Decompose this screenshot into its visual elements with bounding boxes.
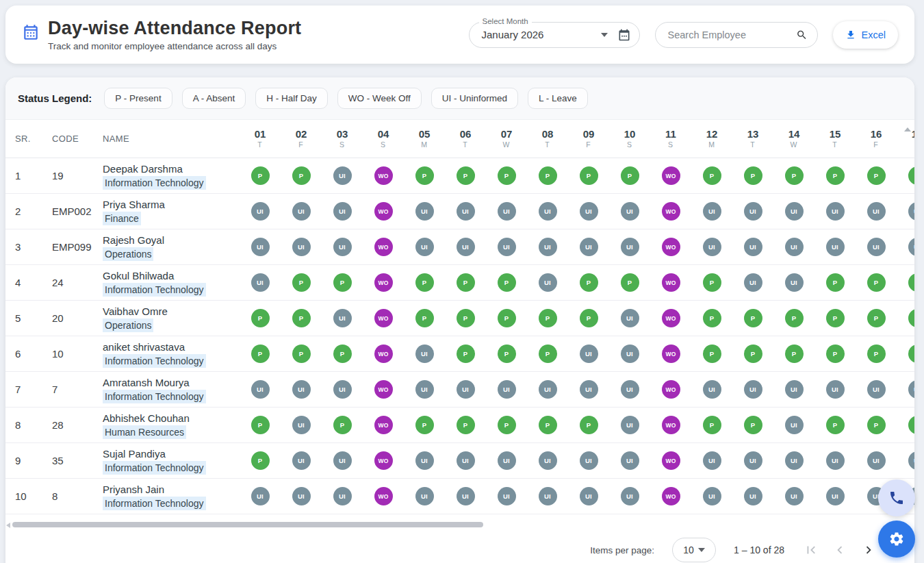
status-badge: P — [333, 273, 352, 292]
items-per-page-value: 10 — [683, 545, 694, 555]
cell-day-10: P — [609, 273, 650, 292]
status-badge: UI — [580, 451, 598, 470]
day-number: 15 — [814, 127, 856, 141]
cell-day-11: WO — [650, 345, 691, 363]
cell-day-12: UI — [691, 380, 732, 399]
previous-page-button[interactable] — [831, 541, 849, 559]
status-badge: UI — [785, 238, 804, 256]
status-badge: WO — [374, 166, 393, 185]
day-number: 08 — [527, 127, 568, 141]
cell-day-05: P — [404, 273, 445, 292]
cell-day-04: WO — [363, 166, 404, 185]
cell-day-17: P — [897, 416, 914, 434]
cell-day-14: UI — [773, 202, 814, 221]
vertical-scrollbar-up-arrow[interactable] — [904, 127, 911, 132]
day-number: 12 — [691, 127, 732, 141]
cell-day-14: UI — [773, 273, 814, 292]
status-badge: UI — [457, 380, 475, 399]
status-badge: P — [251, 166, 270, 185]
status-badge: UI — [498, 238, 516, 256]
day-number: 03 — [322, 127, 363, 141]
status-badge: P — [498, 273, 516, 292]
first-page-icon — [804, 542, 819, 558]
cell-day-07: P — [486, 166, 527, 185]
search-box[interactable] — [655, 22, 818, 48]
status-badge: WO — [662, 345, 680, 363]
cell-day-12: P — [691, 416, 732, 434]
status-badge: P — [457, 345, 475, 363]
cell-day-05: UI — [404, 345, 445, 363]
status-badge: UI — [498, 202, 516, 221]
status-badge: UI — [333, 238, 352, 256]
cell-name: Deepak DarshmaInformation Technology — [93, 162, 240, 190]
cell-day-09: UI — [568, 451, 609, 470]
table-row: 119Deepak DarshmaInformation TechnologyP… — [5, 158, 914, 194]
employee-name: Rajesh Goyal — [103, 234, 240, 247]
status-badge: P — [744, 166, 762, 185]
settings-fab[interactable] — [878, 521, 915, 558]
chevron-down-icon[interactable] — [601, 33, 608, 37]
cell-day-13: UI — [732, 487, 773, 505]
status-badge: UI — [539, 487, 557, 505]
horizontal-scrollbar[interactable] — [12, 522, 483, 527]
cell-day-06: P — [445, 345, 486, 363]
cell-day-17: UI — [897, 380, 914, 399]
day-number: 11 — [650, 127, 691, 141]
day-number: 07 — [486, 127, 527, 141]
status-badge: P — [580, 309, 598, 327]
cell-day-09: P — [568, 309, 609, 327]
status-badge: P — [867, 345, 886, 363]
day-of-week: W — [773, 140, 814, 150]
excel-export-button[interactable]: Excel — [833, 21, 898, 49]
first-page-button[interactable] — [802, 541, 820, 559]
status-badge: UI — [744, 238, 762, 256]
employee-name: Vaibhav Omre — [103, 305, 240, 318]
status-badge: P — [251, 345, 270, 363]
calendar-picker-icon[interactable] — [617, 28, 631, 42]
cell-day-01: P — [240, 166, 281, 185]
cell-day-12: UI — [691, 238, 732, 256]
cell-day-15: UI — [814, 202, 856, 221]
cell-day-16: UI — [856, 451, 897, 470]
phone-fab[interactable] — [878, 479, 915, 516]
status-badge: P — [867, 416, 886, 434]
cell-day-10: UI — [609, 380, 650, 399]
cell-day-05: UI — [404, 202, 445, 221]
col-header-day-07: 07W — [486, 127, 527, 150]
cell-day-02: P — [281, 345, 322, 363]
cell-day-08: P — [527, 416, 568, 434]
status-badge: UI — [292, 380, 311, 399]
search-icon[interactable] — [796, 28, 808, 42]
month-select[interactable]: Select Month January 2026 — [469, 22, 640, 48]
col-header-day-10: 10S — [609, 127, 650, 150]
cell-day-03: UI — [322, 451, 363, 470]
cell-day-13: P — [732, 309, 773, 327]
search-input[interactable] — [668, 29, 796, 40]
excel-button-label: Excel — [862, 29, 886, 40]
col-header-day-16: 16F — [856, 127, 897, 150]
status-badge: UI — [826, 202, 845, 221]
table-row: 935Sujal PandiyaInformation TechnologyPU… — [5, 443, 914, 479]
cell-day-01: P — [240, 345, 281, 363]
status-badge: P — [539, 416, 557, 434]
status-badge: P — [826, 166, 845, 185]
cell-day-15: P — [814, 416, 856, 434]
cell-day-13: P — [732, 345, 773, 363]
cell-day-07: UI — [486, 451, 527, 470]
employee-name: Amratansh Mourya — [103, 376, 240, 390]
status-badge: P — [867, 273, 886, 292]
horizontal-scrollbar-left-arrow[interactable] — [6, 523, 10, 528]
cell-day-14: UI — [773, 416, 814, 434]
status-badge: P — [292, 345, 311, 363]
table-header-row: SR. CODE NAME 01T02F03S04S05M06T07W08T09… — [5, 120, 914, 158]
cell-day-14: P — [773, 166, 814, 185]
legend-chip-wo: WO - Week Off — [337, 88, 422, 109]
items-per-page-select[interactable]: 10 — [672, 538, 716, 562]
cell-day-13: UI — [732, 380, 773, 399]
cell-day-11: WO — [650, 416, 691, 434]
next-page-button[interactable] — [860, 541, 877, 559]
status-badge: UI — [498, 487, 516, 505]
cell-day-13: UI — [732, 273, 773, 292]
day-of-week: W — [486, 140, 527, 150]
cell-day-10: P — [609, 166, 650, 185]
